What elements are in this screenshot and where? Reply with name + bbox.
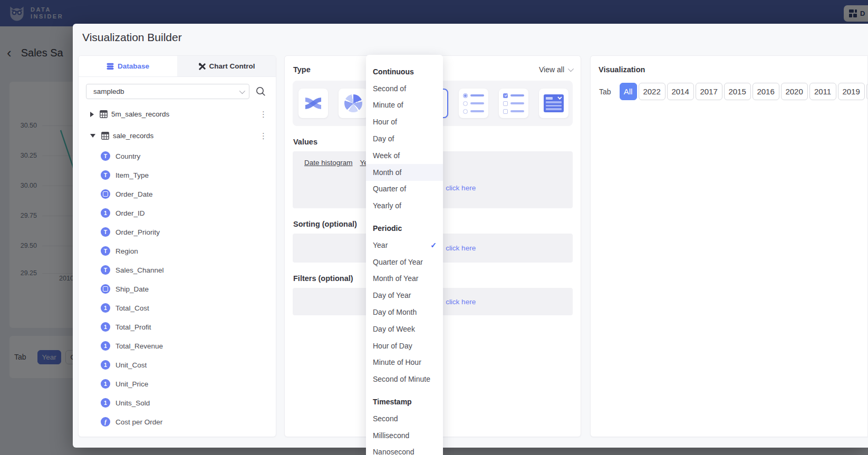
time-unit-dropdown: Continuous Second of Minute of Hour of D… [366, 55, 443, 455]
dropdown-item-label: Year [373, 241, 388, 249]
text-field-icon: T [101, 151, 110, 161]
dropdown-item-day-of[interactable]: Day of [366, 130, 443, 147]
field-row-cost-per-order[interactable]: ƒCost per Order [79, 412, 276, 431]
year-tab-row: Tab All 2022 2014 2017 2015 2016 2020 20… [599, 83, 867, 100]
dropdown-item-quarter-of[interactable]: Quarter of [366, 181, 443, 198]
dropdown-item-second[interactable]: Second [366, 410, 443, 427]
field-label: Sales_Channel [115, 266, 164, 274]
field-label: Ship_Date [115, 285, 149, 293]
click-here-link[interactable]: click here [446, 184, 476, 192]
modal-title: Visualization Builder [82, 31, 182, 44]
viz-tab-2014[interactable]: 2014 [667, 83, 694, 100]
radio-list-icon [463, 93, 484, 114]
table-icon [101, 132, 109, 140]
dropdown-item-second-of-minute[interactable]: Second of Minute [366, 371, 443, 388]
dropdown-item-yearly-of[interactable]: Yearly of [366, 197, 443, 214]
viz-tab-all[interactable]: All [620, 83, 637, 100]
dropdown-item-quarter-of-year[interactable]: Quarter of Year [366, 254, 443, 270]
sankey-chart-tile[interactable] [298, 89, 328, 118]
date-field-icon [101, 284, 110, 294]
tab-database[interactable]: Database [79, 56, 177, 76]
view-all-button[interactable]: View all [539, 65, 572, 74]
viz-tab-2020[interactable]: 2020 [781, 83, 808, 100]
number-field-icon: 1 [101, 322, 110, 332]
click-here-link[interactable]: click here [446, 244, 476, 252]
dropdown-item-month-of[interactable]: Month of [366, 164, 443, 181]
field-row-order-id[interactable]: 1Order_ID [79, 204, 276, 222]
datasource-select[interactable]: sampledb [86, 84, 249, 99]
field-row-order-date[interactable]: Order_Date [79, 185, 276, 204]
viz-tab-2011[interactable]: 2011 [809, 83, 836, 100]
tab-database-label: Database [118, 62, 149, 70]
checkbox-list-tile[interactable] [499, 89, 528, 118]
dropdown-item-hour-of[interactable]: Hour of [366, 113, 443, 130]
chevron-down-icon [239, 88, 245, 93]
number-field-icon: 1 [101, 208, 110, 218]
date-field-icon [101, 189, 110, 199]
dropdown-group-header: Continuous [366, 63, 443, 80]
field-row-country[interactable]: TCountry [79, 147, 276, 166]
type-section-label: Type [293, 65, 311, 74]
chevron-right-icon[interactable] [90, 112, 94, 117]
search-icon[interactable] [256, 86, 266, 96]
dropdown-item-day-of-month[interactable]: Day of Month [366, 304, 443, 321]
table-row-sale-records[interactable]: sale_records ⋮ [79, 125, 276, 147]
chevron-down-icon[interactable] [90, 134, 95, 138]
dropdown-item-day-of-year[interactable]: Day of Year [366, 287, 443, 304]
field-row-order-priority[interactable]: TOrder_Priority [79, 222, 276, 241]
table-row-5m-sales-records[interactable]: 5m_sales_records ⋮ [79, 103, 276, 125]
dropdown-item-year[interactable]: Year ✓ [366, 237, 443, 254]
pie-chart-tile[interactable] [339, 89, 368, 118]
kebab-menu-icon[interactable]: ⋮ [257, 131, 269, 141]
dropdown-item-millisecond[interactable]: Millisecond [366, 427, 443, 444]
click-here-link[interactable]: click here [446, 298, 476, 306]
table-chart-tile[interactable] [539, 89, 568, 118]
tab-chart-control[interactable]: Chart Control [177, 56, 276, 76]
tab-row-label: Tab [599, 88, 611, 96]
dropdown-item-month-of-year[interactable]: Month of Year [366, 270, 443, 287]
visualization-builder-modal: Visualization Builder Database Chart Con… [73, 24, 868, 448]
field-row-units-sold[interactable]: 1Units_Sold [79, 393, 276, 412]
dropdown-item-second-of[interactable]: Second of [366, 80, 443, 97]
kebab-menu-icon[interactable]: ⋮ [257, 110, 269, 119]
chevron-down-icon [568, 66, 574, 72]
field-row-unit-price[interactable]: 1Unit_Price [79, 374, 276, 393]
field-row-region[interactable]: TRegion [79, 241, 276, 260]
dropdown-item-day-of-week[interactable]: Day of Week [366, 321, 443, 337]
field-row-ship-date[interactable]: Ship_Date [79, 279, 276, 298]
number-field-icon: 1 [101, 379, 110, 389]
viz-tab-2015[interactable]: 2015 [724, 83, 751, 100]
viz-tab-clipped[interactable]: 2 [866, 83, 868, 100]
dropdown-group-header: Periodic [366, 220, 443, 237]
tab-chart-control-label: Chart Control [209, 62, 255, 70]
number-field-icon: 1 [101, 303, 110, 313]
field-row-unit-cost[interactable]: 1Unit_Cost [79, 355, 276, 374]
viz-tab-2017[interactable]: 2017 [696, 83, 722, 100]
field-label: Total_Revenue [115, 342, 163, 350]
dropdown-item-week-of[interactable]: Week of [366, 147, 443, 164]
tools-icon [198, 63, 206, 70]
dropdown-item-minute-of[interactable]: Minute of [366, 97, 443, 114]
viz-tab-2022[interactable]: 2022 [639, 83, 666, 100]
viz-tab-2016[interactable]: 2016 [753, 83, 779, 100]
dropdown-item-minute-of-hour[interactable]: Minute of Hour [366, 354, 443, 371]
date-histogram-pill[interactable]: Date histogram [304, 159, 353, 167]
radio-list-tile[interactable] [459, 89, 488, 118]
field-label: Order_Date [115, 190, 153, 198]
field-label: Region [115, 247, 138, 255]
text-field-icon: T [101, 227, 110, 237]
field-row-total-profit[interactable]: 1Total_Profit [79, 317, 276, 336]
viz-tab-2019[interactable]: 2019 [838, 83, 865, 100]
pie-chart-icon [344, 94, 362, 112]
field-label: Order_Priority [115, 228, 160, 236]
field-row-sales-channel[interactable]: TSales_Channel [79, 260, 276, 279]
text-field-icon: T [101, 265, 110, 275]
dropdown-item-hour-of-day[interactable]: Hour of Day [366, 337, 443, 354]
field-row-item-type[interactable]: TItem_Type [79, 166, 276, 185]
field-row-total-cost[interactable]: 1Total_Cost [79, 298, 276, 317]
dropdown-item-nanosecond[interactable]: Nanosecond [366, 444, 443, 455]
datasource-value: sampledb [93, 88, 124, 95]
field-label: Unit_Cost [115, 361, 147, 369]
database-panel: Database Chart Control sampledb [78, 55, 276, 437]
field-row-total-revenue[interactable]: 1Total_Revenue [79, 336, 276, 355]
